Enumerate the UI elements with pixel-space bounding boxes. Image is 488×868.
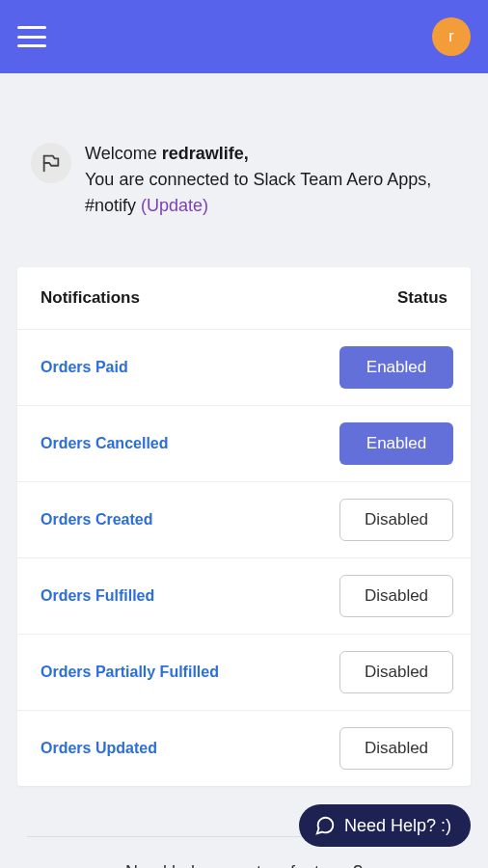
notifications-list: Orders PaidEnabledOrders CancelledEnable…: [17, 330, 471, 786]
avatar[interactable]: r: [432, 17, 471, 56]
status-toggle-button[interactable]: Enabled: [339, 422, 453, 465]
notification-name-link[interactable]: Orders Paid: [41, 359, 128, 376]
avatar-letter: r: [448, 28, 453, 45]
welcome-text: Welcome redrawlife, You are connected to…: [85, 141, 461, 219]
status-toggle-button[interactable]: Disabled: [339, 499, 453, 541]
notification-row: Orders Partially FulfilledDisabled: [17, 635, 471, 711]
notifications-card: Notifications Status Orders PaidEnabledO…: [17, 267, 471, 786]
notification-name-link[interactable]: Orders Updated: [41, 740, 157, 757]
card-header: Notifications Status: [17, 267, 471, 330]
header-notifications-label: Notifications: [41, 288, 140, 308]
status-toggle-button[interactable]: Enabled: [339, 346, 453, 389]
notification-row: Orders UpdatedDisabled: [17, 711, 471, 786]
flag-icon: [31, 143, 71, 183]
help-widget-button[interactable]: Need Help? :): [299, 804, 471, 847]
welcome-section: Welcome redrawlife, You are connected to…: [17, 141, 471, 219]
hamburger-menu-icon[interactable]: [17, 26, 46, 47]
notification-row: Orders CancelledEnabled: [17, 406, 471, 482]
welcome-connection: You are connected to Slack Team Aero App…: [85, 170, 431, 215]
chat-icon: [314, 815, 336, 836]
notification-name-link[interactable]: Orders Cancelled: [41, 435, 169, 452]
help-footer-text: Need help or custom features?: [27, 862, 461, 868]
status-toggle-button[interactable]: Disabled: [339, 727, 453, 770]
status-toggle-button[interactable]: Disabled: [339, 651, 453, 693]
notification-row: Orders PaidEnabled: [17, 330, 471, 406]
notification-name-link[interactable]: Orders Fulfilled: [41, 587, 154, 605]
notification-name-link[interactable]: Orders Partially Fulfilled: [41, 664, 219, 681]
welcome-username: redrawlife,: [162, 144, 249, 163]
welcome-prefix: Welcome: [85, 144, 162, 163]
status-toggle-button[interactable]: Disabled: [339, 575, 453, 617]
app-header: r: [0, 0, 488, 73]
notification-row: Orders CreatedDisabled: [17, 482, 471, 558]
help-widget-label: Need Help? :): [344, 816, 451, 836]
update-link[interactable]: (Update): [141, 196, 208, 215]
notification-name-link[interactable]: Orders Created: [41, 511, 153, 529]
notification-row: Orders FulfilledDisabled: [17, 558, 471, 635]
header-status-label: Status: [397, 288, 447, 308]
